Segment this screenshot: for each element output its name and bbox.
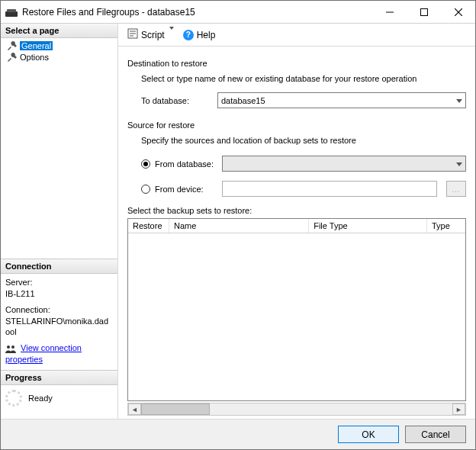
script-button[interactable]: Script — [124, 27, 177, 43]
spacer — [1, 64, 117, 259]
svg-rect-3 — [420, 8, 427, 15]
content-area: Destination to restore Select or type na… — [118, 47, 475, 419]
scroll-thumb[interactable] — [141, 403, 210, 415]
to-database-row: To database: database15 — [141, 92, 466, 108]
toolbar: Script ? Help — [118, 24, 475, 47]
backup-sets-grid[interactable]: Restore Name File Type Type — [127, 218, 466, 401]
to-database-value: database15 — [221, 96, 265, 105]
window-title: Restore Files and Filegroups - database1… — [22, 7, 372, 18]
page-nav-list: General Options — [1, 38, 117, 64]
scroll-left-button[interactable]: ◄ — [128, 403, 141, 415]
from-device-input[interactable] — [222, 181, 437, 197]
wrench-icon — [7, 40, 17, 50]
connection-value: STELLARINFO\monika.dadool — [5, 316, 113, 339]
to-database-combo[interactable]: database15 — [217, 92, 466, 108]
progress-body: Ready — [1, 385, 117, 419]
svg-point-7 — [11, 346, 14, 349]
wrench-icon — [7, 52, 17, 62]
backup-sets-area: Restore Name File Type Type ◄ ► — [127, 218, 466, 416]
dialog-body: Select a page General Options Connection — [1, 24, 475, 419]
source-title: Source for restore — [127, 121, 466, 130]
from-device-row: From device: … — [141, 181, 466, 197]
connection-info: Server: IB-L211 Connection: STELLARINFO\… — [1, 274, 117, 370]
cancel-button[interactable]: Cancel — [405, 426, 466, 443]
svg-point-6 — [7, 346, 10, 349]
right-pane: Script ? Help Destination to restore Sel… — [118, 24, 475, 419]
browse-device-button[interactable]: … — [446, 181, 466, 197]
cancel-label: Cancel — [421, 429, 449, 440]
from-database-label: From database: — [155, 159, 214, 169]
help-icon: ? — [183, 30, 194, 40]
script-label: Script — [141, 30, 165, 40]
source-subtitle: Specify the sources and location of back… — [141, 136, 466, 145]
svg-rect-0 — [5, 11, 18, 17]
select-page-header: Select a page — [1, 24, 117, 38]
progress-status: Ready — [28, 394, 53, 403]
destination-title: Destination to restore — [127, 59, 466, 68]
server-value: IB-L211 — [5, 288, 113, 300]
people-icon — [5, 345, 16, 353]
from-database-row: From database: — [141, 156, 466, 172]
ok-button[interactable]: OK — [338, 426, 399, 443]
to-database-label: To database: — [141, 96, 211, 105]
dialog-window: Restore Files and Filegroups - database1… — [0, 0, 476, 450]
svg-rect-1 — [7, 9, 16, 12]
progress-spinner-icon — [5, 390, 22, 407]
nav-label: General — [20, 41, 53, 50]
scroll-track[interactable] — [141, 403, 452, 415]
chevron-down-icon — [456, 99, 462, 103]
dialog-footer: OK Cancel — [1, 419, 475, 449]
help-button[interactable]: ? Help — [180, 28, 219, 42]
script-icon — [127, 28, 138, 41]
from-device-radio[interactable] — [141, 185, 150, 194]
col-file-type[interactable]: File Type — [309, 219, 427, 233]
grid-header-row: Restore Name File Type Type — [128, 219, 465, 233]
ellipsis-icon: … — [452, 185, 461, 194]
col-restore[interactable]: Restore — [128, 219, 169, 233]
left-pane: Select a page General Options Connection — [1, 24, 118, 419]
app-icon — [5, 8, 18, 17]
col-name[interactable]: Name — [169, 219, 309, 233]
scroll-right-button[interactable]: ► — [452, 403, 465, 415]
progress-header: Progress — [1, 370, 117, 385]
connection-label: Connection: — [5, 304, 113, 316]
maximize-button[interactable] — [407, 1, 441, 23]
select-backup-sets-label: Select the backup sets to restore: — [127, 206, 466, 215]
title-bar: Restore Files and Filegroups - database1… — [1, 1, 475, 24]
chevron-down-icon — [168, 30, 174, 40]
window-controls — [372, 1, 475, 23]
from-database-radio[interactable] — [141, 159, 150, 169]
close-button[interactable] — [441, 1, 475, 23]
help-label: Help — [197, 30, 216, 40]
nav-item-options[interactable]: Options — [1, 51, 117, 63]
minimize-button[interactable] — [372, 1, 407, 23]
col-type[interactable]: Type — [427, 219, 465, 233]
server-label: Server: — [5, 277, 113, 288]
destination-subtitle: Select or type name of new or existing d… — [141, 74, 466, 83]
horizontal-scrollbar[interactable]: ◄ ► — [127, 403, 466, 416]
nav-item-general[interactable]: General — [1, 40, 117, 51]
nav-label: Options — [20, 53, 49, 62]
from-device-label: From device: — [155, 185, 204, 194]
ok-label: OK — [362, 429, 375, 440]
from-database-combo[interactable] — [222, 156, 466, 172]
view-connection-properties-link[interactable]: View connection properties — [5, 343, 82, 364]
view-connection-row: View connection properties — [5, 342, 113, 365]
connection-header: Connection — [1, 259, 117, 274]
chevron-down-icon — [456, 162, 462, 166]
